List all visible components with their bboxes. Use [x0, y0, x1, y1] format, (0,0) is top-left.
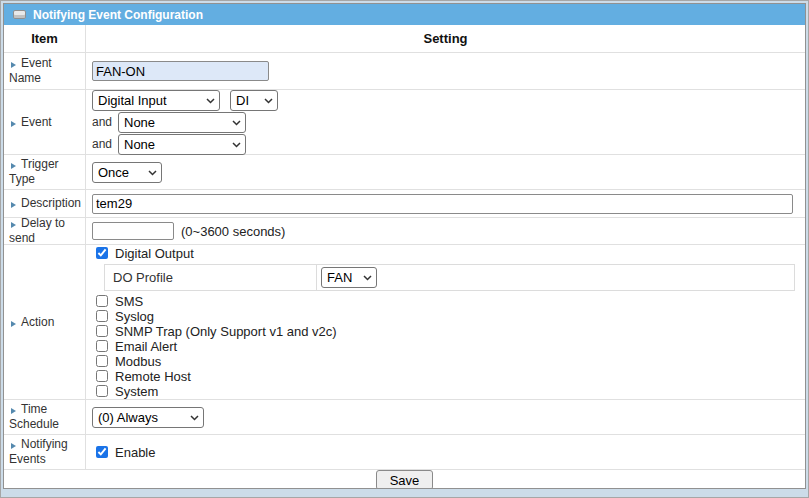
- remote-host-checkbox[interactable]: [96, 370, 108, 382]
- bullet-icon: [11, 202, 16, 208]
- titlebar: Notifying Event Configuration: [4, 4, 805, 25]
- and-label: and: [92, 115, 114, 129]
- sms-checkbox-row[interactable]: SMS: [96, 294, 801, 309]
- do-profile-label: DO Profile: [105, 265, 317, 290]
- row-label-notifying-events: Notifying Events: [4, 435, 86, 469]
- page-title: Notifying Event Configuration: [33, 8, 203, 22]
- system-checkbox[interactable]: [96, 385, 108, 397]
- column-header-setting: Setting: [86, 25, 805, 52]
- row-notifying-events: Notifying Events Enable: [4, 435, 805, 470]
- row-action: Action Digital Output DO Profile FAN: [4, 245, 805, 400]
- bullet-icon: [11, 321, 16, 327]
- snmp-trap-checkbox[interactable]: [96, 325, 108, 337]
- syslog-checkbox[interactable]: [96, 310, 108, 322]
- window-icon: [13, 10, 26, 19]
- syslog-label: Syslog: [115, 310, 154, 323]
- row-event-name: Event Name: [4, 53, 805, 90]
- save-button[interactable]: Save: [376, 470, 434, 489]
- email-alert-label: Email Alert: [115, 340, 177, 353]
- enable-checkbox[interactable]: [96, 446, 108, 458]
- event-and1-select[interactable]: None: [118, 112, 246, 133]
- modbus-checkbox-row[interactable]: Modbus: [96, 354, 801, 369]
- syslog-checkbox-row[interactable]: Syslog: [96, 309, 801, 324]
- event-and2-select-wrap: None: [118, 134, 246, 155]
- event-name-input[interactable]: [92, 61, 269, 81]
- footer: Save: [4, 470, 805, 489]
- row-event: Event Digital Input DI: [4, 90, 805, 155]
- digital-output-checkbox[interactable]: [96, 247, 108, 259]
- table-header-row: Item Setting: [4, 25, 805, 53]
- event-and2-select[interactable]: None: [118, 134, 246, 155]
- bullet-icon: [11, 408, 16, 414]
- event-and1-select-wrap: None: [118, 112, 246, 133]
- row-description: Description: [4, 190, 805, 218]
- event-type-select-wrap: Digital Input: [92, 90, 220, 111]
- digital-output-checkbox-row[interactable]: Digital Output: [96, 246, 801, 261]
- enable-checkbox-row[interactable]: Enable: [96, 445, 155, 460]
- row-time-schedule: Time Schedule (0) Always: [4, 400, 805, 435]
- column-header-item: Item: [4, 25, 86, 52]
- bullet-icon: [11, 163, 16, 169]
- bullet-icon: [11, 443, 16, 449]
- row-label-event-name: Event Name: [4, 53, 86, 89]
- sms-label: SMS: [115, 295, 143, 308]
- row-label-delay-to-send: Delay to send: [4, 218, 86, 244]
- row-label-action: Action: [4, 245, 86, 399]
- delay-hint: (0~3600 seconds): [181, 224, 285, 239]
- snmp-trap-checkbox-row[interactable]: SNMP Trap (Only Support v1 and v2c): [96, 324, 801, 339]
- event-type-select[interactable]: Digital Input: [92, 90, 220, 111]
- row-trigger-type: Trigger Type Once: [4, 155, 805, 190]
- event-subtype-select-wrap: DI: [230, 90, 278, 111]
- snmp-trap-label: SNMP Trap (Only Support v1 and v2c): [115, 325, 337, 338]
- row-label-time-schedule: Time Schedule: [4, 400, 86, 434]
- digital-output-label: Digital Output: [115, 247, 194, 260]
- system-label: System: [115, 385, 158, 398]
- email-alert-checkbox[interactable]: [96, 340, 108, 352]
- notifying-event-configuration-panel: Notifying Event Configuration Item Setti…: [3, 3, 806, 489]
- delay-input[interactable]: [92, 222, 174, 240]
- row-delay-to-send: Delay to send (0~3600 seconds): [4, 218, 805, 245]
- modbus-label: Modbus: [115, 355, 161, 368]
- row-label-description: Description: [4, 190, 86, 217]
- event-subtype-select[interactable]: DI: [230, 90, 278, 111]
- modbus-checkbox[interactable]: [96, 355, 108, 367]
- bullet-icon: [11, 62, 16, 68]
- remote-host-checkbox-row[interactable]: Remote Host: [96, 369, 801, 384]
- do-profile-select[interactable]: FAN: [321, 267, 377, 288]
- and-label: and: [92, 137, 114, 151]
- trigger-type-select[interactable]: Once: [92, 162, 162, 183]
- enable-label: Enable: [115, 446, 155, 459]
- bullet-icon: [11, 121, 16, 127]
- row-label-trigger-type: Trigger Type: [4, 155, 86, 189]
- do-profile-select-wrap: FAN: [321, 267, 377, 288]
- description-input[interactable]: [92, 194, 793, 214]
- time-schedule-select-wrap: (0) Always: [92, 407, 204, 428]
- page-background: Notifying Event Configuration Item Setti…: [0, 0, 809, 498]
- remote-host-label: Remote Host: [115, 370, 191, 383]
- do-profile-table: DO Profile FAN: [104, 264, 795, 291]
- time-schedule-select[interactable]: (0) Always: [92, 407, 204, 428]
- trigger-type-select-wrap: Once: [92, 162, 162, 183]
- bullet-icon: [11, 222, 16, 228]
- email-alert-checkbox-row[interactable]: Email Alert: [96, 339, 801, 354]
- row-label-event: Event: [4, 90, 86, 154]
- system-checkbox-row[interactable]: System: [96, 384, 801, 399]
- sms-checkbox[interactable]: [96, 295, 108, 307]
